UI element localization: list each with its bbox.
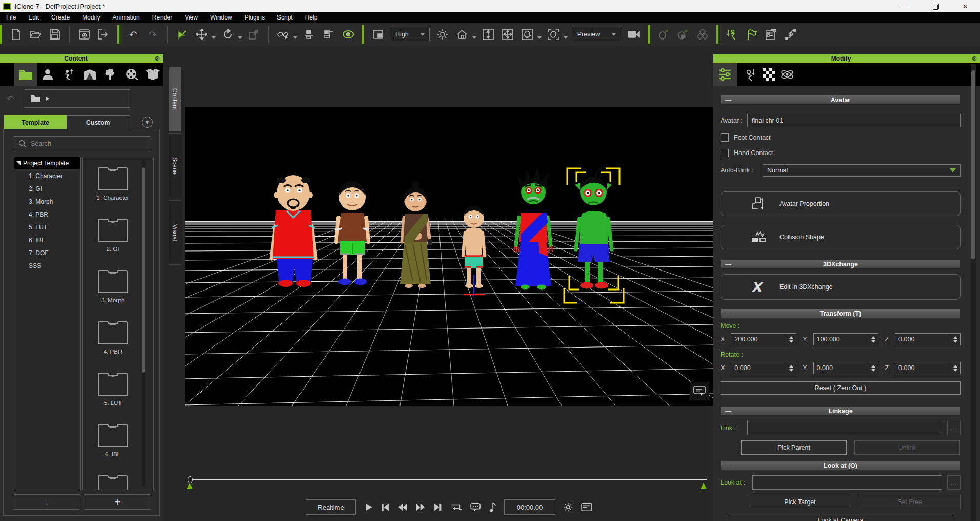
lighting-button[interactable]	[434, 26, 451, 43]
menu-plugins[interactable]: Plugins	[238, 12, 271, 23]
range-end-marker[interactable]	[701, 483, 707, 489]
range-start-marker[interactable]	[187, 483, 193, 489]
show-hide-button[interactable]	[340, 26, 356, 43]
folder-thumb-ibl[interactable]: 6. IBL	[83, 423, 143, 457]
menu-render[interactable]: Render	[146, 12, 178, 23]
orbit-camera-button[interactable]	[519, 26, 535, 43]
link-field[interactable]	[747, 421, 942, 435]
tree-item-character[interactable]: 1. Character	[14, 169, 80, 182]
avatar-section-header[interactable]: —Avatar	[721, 95, 961, 105]
face-puppet-button[interactable]	[675, 26, 691, 43]
category-folder-tab[interactable]	[14, 63, 37, 86]
menu-animation[interactable]: Animation	[106, 12, 146, 23]
go-to-end-button[interactable]	[433, 503, 443, 512]
spin-down-icon[interactable]	[789, 369, 793, 372]
spin-up-icon[interactable]	[871, 336, 875, 339]
modify-scrollbar-thumb[interactable]	[971, 70, 975, 259]
tree-item-gi[interactable]: 2. GI	[14, 182, 80, 195]
minimize-button[interactable]: —	[891, 0, 921, 12]
dxchange-section-header[interactable]: —3DXchange	[721, 259, 961, 269]
motion-puppet-button[interactable]	[655, 26, 672, 43]
content-panel-header[interactable]: Content ⊗	[0, 54, 163, 63]
tree-item-sss[interactable]: SSS	[14, 259, 80, 272]
rotate-x-field[interactable]	[731, 362, 796, 374]
look-at-section-header[interactable]: —Look at (O)	[721, 460, 961, 470]
search-box[interactable]	[14, 136, 150, 151]
move-z-input[interactable]	[895, 336, 950, 343]
new-project-button[interactable]	[8, 26, 24, 43]
dock-tab-scene[interactable]: Scene	[169, 133, 181, 198]
content-collapse-button[interactable]: ▼	[142, 117, 153, 128]
modify-close-button[interactable]: ⊗	[969, 54, 980, 63]
flag-button[interactable]	[744, 26, 760, 43]
modify-panel-header[interactable]: Modify ⊗	[713, 54, 980, 63]
menu-create[interactable]: Create	[45, 12, 76, 23]
look-at-field[interactable]	[752, 475, 942, 490]
rotate-x-input[interactable]	[731, 364, 786, 372]
folder-thumb-partial[interactable]	[83, 474, 143, 490]
realtime-button[interactable]: Realtime	[306, 499, 356, 515]
scrubber-track[interactable]	[189, 479, 707, 480]
pick-target-button[interactable]: Pick Target	[749, 495, 851, 509]
previous-frame-button[interactable]	[397, 503, 408, 512]
folder-thumb-gi[interactable]: 2. GI	[83, 218, 143, 252]
folder-thumb-morph[interactable]: 3. Morph	[83, 269, 143, 303]
breadcrumb[interactable]	[24, 89, 130, 108]
tab-custom[interactable]: Custom	[67, 115, 129, 129]
scale-tool-button[interactable]	[246, 26, 262, 43]
export-button[interactable]	[95, 26, 112, 43]
tab-template[interactable]: Template	[4, 115, 67, 129]
spin-down-icon[interactable]	[953, 340, 957, 343]
foot-contact-checkbox[interactable]	[721, 133, 729, 142]
tree-item-morph[interactable]: 3. Morph	[14, 195, 80, 208]
move-x-input[interactable]	[731, 336, 786, 343]
pan-camera-button[interactable]	[499, 26, 516, 43]
spin-up-icon[interactable]	[789, 365, 793, 368]
time-display[interactable]: 00:00.00	[504, 499, 555, 515]
pick-parent-button[interactable]: Pick Parent	[741, 440, 847, 455]
music-note-button[interactable]	[489, 502, 496, 512]
menu-script[interactable]: Script	[271, 12, 299, 23]
dock-tab-visual[interactable]: Visual	[169, 200, 181, 265]
rotate-x-spinner[interactable]	[786, 362, 796, 374]
menu-help[interactable]: Help	[299, 12, 324, 23]
orbit-camera-caret[interactable]	[537, 36, 542, 39]
character-woman-sari[interactable]	[400, 181, 432, 288]
spin-up-icon[interactable]	[871, 365, 875, 368]
move-x-spinner[interactable]	[786, 334, 796, 345]
add-content-button[interactable]: +	[85, 494, 150, 510]
spin-down-icon[interactable]	[871, 369, 875, 372]
menu-file[interactable]: File	[0, 12, 22, 23]
menu-modify[interactable]: Modify	[76, 12, 106, 23]
rotate-y-input[interactable]	[814, 364, 868, 372]
tree-item-ibl[interactable]: 6. IBL	[14, 234, 80, 246]
rotate-z-spinner[interactable]	[950, 362, 960, 374]
speech-button[interactable]	[470, 503, 482, 512]
play-button[interactable]	[364, 503, 373, 512]
foot-contact-row[interactable]: Foot Contact	[721, 133, 961, 142]
move-z-spinner[interactable]	[950, 334, 960, 345]
edit-in-3dxchange-button[interactable]: X Edit in 3DXchange	[721, 274, 961, 300]
move-tool-button[interactable]	[193, 26, 210, 43]
spin-down-icon[interactable]	[953, 369, 957, 372]
modify-tab-pose[interactable]	[742, 63, 758, 86]
menu-window[interactable]: Window	[204, 12, 238, 23]
category-actor-button[interactable]	[39, 63, 56, 86]
redo-button[interactable]: ↷	[145, 26, 161, 43]
move-tool-caret[interactable]	[212, 36, 216, 39]
menu-edit[interactable]: Edit	[22, 12, 45, 23]
timeline-toggle-button[interactable]	[581, 503, 592, 512]
modify-tab-physics[interactable]	[779, 63, 795, 86]
screen-layout-button[interactable]	[370, 26, 386, 43]
spin-down-icon[interactable]	[789, 340, 793, 343]
save-project-button[interactable]	[47, 26, 63, 43]
set-free-button[interactable]: Set Free	[859, 495, 961, 509]
category-terrain-button[interactable]	[102, 63, 119, 86]
category-animation-button[interactable]	[60, 63, 77, 86]
avatar-proportion-button[interactable]: Avatar Proportion	[721, 191, 961, 216]
category-media-button[interactable]	[123, 63, 140, 86]
open-project-button[interactable]	[27, 26, 44, 43]
category-props-button[interactable]	[144, 63, 161, 86]
link-tool-caret[interactable]	[293, 36, 297, 39]
tree-item-lut[interactable]: 5. LUT	[14, 221, 80, 234]
